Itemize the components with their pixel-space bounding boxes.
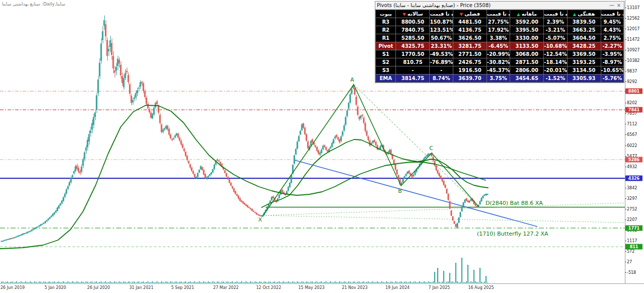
price-tick-label: 12562 [627,16,639,20]
pivot-value: 3369.50 [567,50,601,58]
price-tick-label: 3842 [627,185,637,190]
trend-up-icon: ▲ [573,12,576,17]
pivot-table: پیوت▼ سالانهفاصله تا قیمت▼ فصلیفاصله تا … [375,10,624,83]
pivot-value: 2806.00 [510,66,544,75]
pivot-row-s1: S11770.50-49.53%2771.50-20.99%3068.00-12… [376,50,624,58]
price-tick-mark [625,29,626,29]
distance-value: -3.95% [601,50,623,58]
close-icon[interactable]: × [615,2,622,9]
pivot-value: 3133.50 [510,42,544,50]
distance-value: -5.76% [601,75,623,83]
pivot-value: 3305.93 [567,75,601,83]
price-tick-mark [625,262,626,262]
price-tick-label: 4932 [627,164,637,169]
price-tick-label: 27 [627,260,632,264]
price-tick-mark [625,50,626,50]
date-label: 26 Jul 2020 [87,285,110,290]
minimize-icon[interactable]: — [608,2,615,9]
price-tick-label: 6022 [627,143,637,148]
pivot-panel-titlebar[interactable]: Pivots (صنایع بهداشتی ساینا - ساینا) - P… [375,2,624,10]
price-level-badge: 5286 [625,157,642,162]
distance-value: -12.54% [544,50,567,58]
date-label: 15 May 2023 [298,285,325,290]
pivot-value: 3134.50 [567,66,601,75]
pivot-value: 7840.75 [396,26,430,34]
distance-value: -2.27% [601,42,623,50]
distance-value: - [430,66,453,75]
pattern-point-a: A [350,77,354,83]
pivot-table-header-row: پیوت▼ سالانهفاصله تا قیمت▼ فصلیفاصله تا … [376,10,624,18]
price-tick-mark [625,198,626,199]
price-tick-mark [625,251,626,252]
date-label: 5 Sep 2021 [171,285,194,290]
pivot-value: 810.75 [396,58,430,66]
price-level-badge: 8801 [625,89,642,94]
header-period: ▲ هفتگی [567,10,601,18]
price-tick-label: 13107 [627,5,639,10]
price-tick-label: 11472 [627,37,639,41]
pivot-panel[interactable]: Pivots (صنایع بهداشتی ساینا - ساینا) - P… [375,1,624,83]
distance-value: -20.99% [487,50,510,58]
distance-value: 2.75% [601,34,623,42]
pattern-point-c: C [429,145,433,152]
price-level-badge: 811 [625,244,642,250]
pivot-value: 3330.00 [510,34,544,42]
price-tick-mark [625,167,626,167]
distance-value: -45.37% [487,66,510,75]
price-tick-mark [625,103,626,103]
price-level-badge: 1771 [625,225,642,231]
distance-value: 2.39% [544,18,567,26]
pivot-value: - [396,66,430,75]
pivot-value: 5285.50 [396,34,430,42]
date-label: 12 Oct 2022 [256,285,281,290]
pivot-value: 3626.50 [453,34,487,42]
price-tick-label: 7112 [627,122,637,126]
row-label: R1 [376,34,396,42]
price-tick-label: 9292 [627,80,637,84]
pivot-value: 3639.70 [453,75,487,83]
price-tick-mark [625,209,626,209]
distance-value: -1.52% [544,75,567,83]
row-label: S1 [376,50,396,58]
price-tick-label: 9837 [627,69,637,74]
distance-value: 8.74% [430,75,453,83]
distance-value: -30.82% [487,58,510,66]
pivot-value: 3193.25 [567,58,601,66]
pivot-value: 2426.75 [453,58,487,66]
date-label: 19 Jun 2024 [385,285,410,290]
distance-value: 50.67% [430,34,453,42]
date-label: 5 Jan 2020 [45,285,66,290]
header-distance: فاصله تا قیمت [601,10,623,18]
price-tick-mark [625,134,626,135]
pivot-value: 3814.75 [396,75,430,83]
price-tick-mark [625,241,626,241]
price-tick-mark [625,8,626,8]
distance-value: -10.65% [601,66,623,75]
price-tick-label: 572 [627,249,634,254]
distance-value: 150.87% [430,18,453,26]
header-period: ▲ ماهانه [510,10,544,18]
header-period: ▼ سالانه [396,10,430,18]
distance-value: 3.75% [487,75,510,83]
pivot-value: 3592.00 [510,18,544,26]
pivot-value: 2871.50 [510,58,544,66]
price-tick-mark [625,156,626,157]
date-label: 31 Jan 2021 [129,285,153,290]
distance-value: 27.75% [487,18,510,26]
price-tick-label: 10927 [627,47,639,52]
price-tick-mark [625,188,626,188]
date-label: 26 Jun 2019 [1,285,25,290]
price-tick-mark [625,113,626,114]
row-label: Pivot [376,42,396,50]
pivot-row-r1: R15285.5050.67%3626.503.38%3330.00-5.07%… [376,34,624,42]
price-tick-mark [625,18,626,19]
pivot-value: 3281.75 [453,42,487,50]
distance-value: -76.89% [430,58,453,66]
price-tick-label: 12017 [627,26,639,31]
trend-up-icon: ▲ [517,12,520,17]
price-tick-label: 10382 [627,58,639,62]
row-label: R2 [376,26,396,34]
distance-value: 3.38% [487,34,510,42]
distance-value: -10.68% [544,42,567,50]
pivot-value: 3604.50 [567,34,601,42]
